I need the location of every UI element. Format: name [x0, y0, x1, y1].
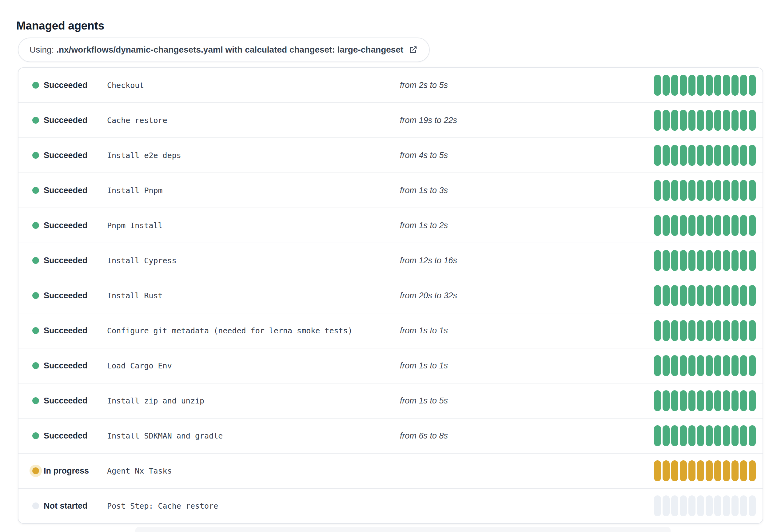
progress-segment	[714, 75, 721, 96]
progress-segment	[749, 180, 756, 201]
agent-row[interactable]: Not startedPost Step: Cache restore	[18, 488, 763, 523]
agent-row[interactable]: SucceededInstall SDKMAN and gradlefrom 6…	[18, 418, 763, 453]
agent-row[interactable]: SucceededConfigure git metadata (needed …	[18, 313, 763, 348]
progress-segment	[749, 250, 756, 271]
progress-segment	[688, 320, 695, 341]
progress-segment	[706, 355, 713, 376]
progress-segment	[688, 250, 695, 271]
agent-row[interactable]: In progressAgent Nx Tasks	[18, 453, 763, 488]
next-section-peek	[135, 527, 671, 532]
progress-segment	[697, 75, 704, 96]
agent-row[interactable]: SucceededInstall e2e depsfrom 4s to 5s	[18, 137, 763, 172]
progress-segment	[688, 145, 695, 166]
agent-row[interactable]: SucceededInstall zip and unzipfrom 1s to…	[18, 383, 763, 418]
agent-row[interactable]: SucceededInstall Cypressfrom 12s to 16s	[18, 243, 763, 278]
duration-estimate: from 6s to 8s	[400, 431, 448, 441]
progress-segment	[671, 110, 678, 131]
agent-row[interactable]: SucceededPnpm Installfrom 1s to 2s	[18, 208, 763, 243]
progress-segment	[680, 355, 687, 376]
status-dot	[32, 187, 39, 194]
progress-segment	[663, 75, 670, 96]
status-label: In progress	[44, 466, 89, 476]
progress-segment	[723, 320, 730, 341]
progress-segment	[663, 425, 670, 446]
progress-segment	[654, 425, 661, 446]
progress-segment	[706, 215, 713, 236]
status-dot	[32, 362, 39, 369]
progress-segment	[697, 285, 704, 306]
progress-segment	[654, 145, 661, 166]
agents-list: SucceededCheckoutfrom 2s to 5sSucceededC…	[18, 68, 763, 524]
step-name: Load Cargo Env	[107, 361, 172, 370]
progress-segments	[654, 390, 756, 411]
progress-segments	[654, 495, 756, 516]
progress-segment	[706, 285, 713, 306]
status-label: Succeeded	[44, 396, 88, 406]
progress-segment	[697, 215, 704, 236]
duration-estimate: from 1s to 5s	[400, 396, 448, 406]
duration-estimate: from 1s to 1s	[400, 361, 448, 371]
progress-segment	[714, 320, 721, 341]
progress-segment	[740, 355, 747, 376]
progress-segment	[671, 180, 678, 201]
progress-segment	[688, 460, 695, 481]
progress-segment	[671, 355, 678, 376]
progress-segment	[671, 75, 678, 96]
status-label: Succeeded	[44, 291, 88, 300]
progress-segment	[663, 495, 670, 516]
progress-segment	[749, 460, 756, 481]
progress-segment	[654, 75, 661, 96]
agent-row[interactable]: SucceededLoad Cargo Envfrom 1s to 1s	[18, 348, 763, 383]
agent-row[interactable]: SucceededCheckoutfrom 2s to 5s	[18, 68, 763, 102]
progress-segment	[732, 425, 739, 446]
step-name: Post Step: Cache restore	[107, 502, 218, 511]
progress-segment	[706, 110, 713, 131]
progress-segment	[688, 180, 695, 201]
agent-row[interactable]: SucceededCache restorefrom 19s to 22s	[18, 102, 763, 137]
progress-segments	[654, 110, 756, 131]
step-name: Configure git metadata (needed for lerna…	[107, 326, 352, 335]
progress-segment	[714, 250, 721, 271]
progress-segments	[654, 180, 756, 201]
status-label: Succeeded	[44, 326, 88, 336]
progress-segment	[688, 110, 695, 131]
progress-segment	[706, 495, 713, 516]
progress-segment	[749, 215, 756, 236]
agent-row[interactable]: SucceededInstall Rustfrom 20s to 32s	[18, 278, 763, 313]
progress-segments	[654, 285, 756, 306]
status-label: Succeeded	[44, 361, 88, 371]
progress-segment	[740, 320, 747, 341]
progress-segments	[654, 75, 756, 96]
progress-segment	[732, 390, 739, 411]
progress-segment	[688, 75, 695, 96]
progress-segment	[654, 250, 661, 271]
progress-segment	[680, 110, 687, 131]
progress-segment	[732, 285, 739, 306]
progress-segment	[740, 215, 747, 236]
progress-segment	[671, 285, 678, 306]
progress-segment	[680, 215, 687, 236]
status-label: Succeeded	[44, 116, 88, 125]
progress-segment	[740, 75, 747, 96]
progress-segment	[680, 75, 687, 96]
status-dot	[32, 397, 39, 404]
progress-segment	[688, 495, 695, 516]
progress-segment	[654, 320, 661, 341]
progress-segment	[723, 460, 730, 481]
progress-segment	[749, 75, 756, 96]
progress-segment	[706, 75, 713, 96]
progress-segment	[663, 285, 670, 306]
progress-segment	[671, 320, 678, 341]
progress-segments	[654, 320, 756, 341]
status-label: Succeeded	[44, 151, 88, 160]
progress-segment	[732, 180, 739, 201]
progress-segment	[671, 390, 678, 411]
progress-segment	[663, 180, 670, 201]
progress-segment	[706, 180, 713, 201]
workflow-banner[interactable]: Using: .nx/workflows/dynamic-changesets.…	[18, 37, 430, 62]
progress-segment	[697, 180, 704, 201]
progress-segment	[732, 75, 739, 96]
external-link-icon[interactable]	[408, 45, 418, 55]
agent-row[interactable]: SucceededInstall Pnpmfrom 1s to 3s	[18, 172, 763, 208]
progress-segment	[740, 285, 747, 306]
